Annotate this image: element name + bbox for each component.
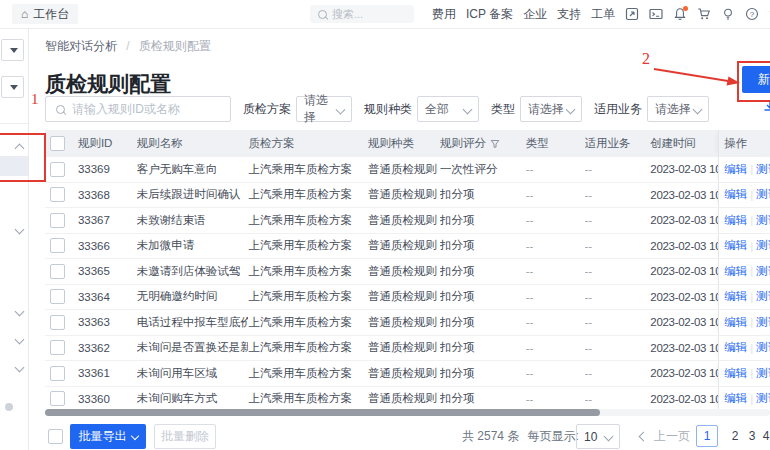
row-checkbox[interactable]	[50, 340, 65, 355]
test-link[interactable]: 测试	[756, 213, 770, 228]
cell-scheme: 上汽乘用车质检方案	[248, 361, 368, 386]
breadcrumb-parent[interactable]: 智能对话分析	[45, 39, 117, 53]
page-2-button[interactable]: 2	[727, 425, 743, 447]
filter-select[interactable]: 全部	[417, 96, 479, 122]
test-link[interactable]: 测试	[756, 187, 770, 202]
test-link[interactable]: 测试	[756, 366, 770, 381]
cell-score: 扣分项	[440, 234, 526, 259]
chevron-down-icon[interactable]	[15, 225, 25, 235]
filter-row: 质检方案 请选择 规则种类 全部 类型 请选择 适用业务 请选择	[243, 96, 721, 122]
per-page-select[interactable]: 10	[576, 424, 620, 449]
help-icon[interactable]: ?	[745, 7, 759, 21]
page-title: 质检规则配置	[45, 70, 171, 98]
edit-link[interactable]: 编辑	[724, 162, 747, 177]
row-checkbox[interactable]	[50, 238, 65, 253]
edit-link[interactable]: 编辑	[724, 366, 747, 381]
test-link[interactable]: 测试	[756, 238, 770, 253]
cell-type: --	[526, 208, 585, 233]
row-checkbox[interactable]	[50, 315, 65, 330]
cell-business: --	[585, 310, 651, 335]
workbench-button[interactable]: ⌂ 工作台	[12, 4, 78, 24]
edit-link[interactable]: 编辑	[724, 391, 747, 406]
chevron-down-icon[interactable]	[15, 335, 25, 345]
chevron-up-icon[interactable]	[15, 144, 25, 154]
horizontal-scrollbar-thumb[interactable]	[45, 409, 600, 416]
cell-kind: 普通质检规则	[368, 157, 440, 182]
edit-link[interactable]: 编辑	[724, 315, 747, 330]
edit-link[interactable]: 编辑	[724, 264, 747, 279]
apps-icon[interactable]	[625, 7, 639, 21]
cell-scheme: 上汽乘用车质检方案	[248, 259, 368, 284]
sidebar-select-1[interactable]	[1, 39, 24, 61]
chevron-down-icon	[566, 104, 576, 114]
chevron-down-icon[interactable]	[15, 307, 25, 317]
edit-link[interactable]: 编辑	[724, 213, 747, 228]
test-link[interactable]: 测试	[756, 264, 770, 279]
row-checkbox[interactable]	[50, 213, 65, 228]
action-separator: |	[750, 240, 753, 252]
filter-funnel-icon[interactable]	[490, 139, 500, 149]
sidebar-active-item[interactable]	[0, 156, 28, 176]
bulb-icon[interactable]	[721, 7, 735, 21]
row-checkbox[interactable]	[50, 162, 65, 177]
chevron-down-icon[interactable]	[15, 363, 25, 373]
menu-item-ticket[interactable]: 工单	[591, 6, 615, 23]
filter-select[interactable]: 请选择	[647, 96, 709, 122]
footer-select-all-checkbox[interactable]	[48, 429, 63, 444]
filter-select[interactable]: 请选择	[296, 96, 352, 122]
new-rule-button[interactable]: 新建	[742, 66, 770, 93]
global-search-input[interactable]: 搜索...	[310, 5, 414, 23]
cell-type: --	[526, 157, 585, 182]
test-link[interactable]: 测试	[756, 340, 770, 355]
edit-link[interactable]: 编辑	[724, 187, 747, 202]
cell-business: --	[585, 361, 651, 386]
cell-type: --	[526, 183, 585, 208]
menu-item-billing[interactable]: 费用	[432, 6, 456, 23]
menu-item-icp[interactable]: ICP 备案	[466, 6, 513, 23]
prev-page-label: 上一页	[654, 428, 690, 445]
page-1-button[interactable]: 1	[696, 425, 718, 447]
select-all-checkbox[interactable]	[50, 136, 65, 151]
menu-item-enterprise[interactable]: 企业	[523, 6, 547, 23]
row-checkbox[interactable]	[50, 187, 65, 202]
sidebar-select-2[interactable]	[1, 76, 24, 98]
filter-select-value: 请选择	[528, 101, 564, 118]
cell-actions: 编辑 | 测试	[718, 208, 770, 233]
action-separator: |	[750, 291, 753, 303]
row-checkbox[interactable]	[50, 264, 65, 279]
batch-export-button[interactable]: 批量导出	[70, 424, 146, 449]
header-score: 规则评分	[440, 130, 526, 157]
table-row: 33368 未后续跟进时间确认 上汽乘用车质检方案 普通质检规则 扣分项 -- …	[45, 183, 770, 209]
filter-group: 规则种类 全部	[364, 96, 479, 122]
action-separator: |	[750, 265, 753, 277]
test-link[interactable]: 测试	[756, 391, 770, 406]
terminal-icon[interactable]	[649, 7, 663, 21]
row-checkbox[interactable]	[50, 391, 65, 406]
action-separator: |	[750, 367, 753, 379]
row-checkbox[interactable]	[50, 289, 65, 304]
filter-select-value: 请选择	[655, 101, 691, 118]
batch-delete-button[interactable]: 批量删除	[154, 424, 216, 449]
cell-score: 扣分项	[440, 387, 526, 412]
row-checkbox[interactable]	[50, 366, 65, 381]
download-icon[interactable]	[763, 99, 770, 117]
test-link[interactable]: 测试	[756, 162, 770, 177]
edit-link[interactable]: 编辑	[724, 289, 747, 304]
test-link[interactable]: 测试	[756, 289, 770, 304]
cell-created: 2023-02-03 10:	[650, 336, 718, 361]
edit-link[interactable]: 编辑	[724, 238, 747, 253]
cell-rule-id: 33364	[78, 285, 137, 310]
action-separator: |	[750, 393, 753, 405]
filter-select[interactable]: 请选择	[520, 96, 582, 122]
filter-label: 适用业务	[594, 101, 642, 118]
cell-created: 2023-02-03 10:	[650, 310, 718, 335]
cart-icon[interactable]	[697, 7, 711, 21]
menu-item-support[interactable]: 支持	[557, 6, 581, 23]
bell-icon[interactable]	[673, 7, 687, 21]
prev-page-button[interactable]: 上一页	[640, 424, 690, 449]
test-link[interactable]: 测试	[756, 315, 770, 330]
edit-link[interactable]: 编辑	[724, 340, 747, 355]
rule-search-input[interactable]: 请输入规则ID或名称	[45, 96, 231, 122]
workbench-label: 工作台	[33, 6, 69, 23]
cell-rule-id: 33360	[78, 387, 137, 412]
